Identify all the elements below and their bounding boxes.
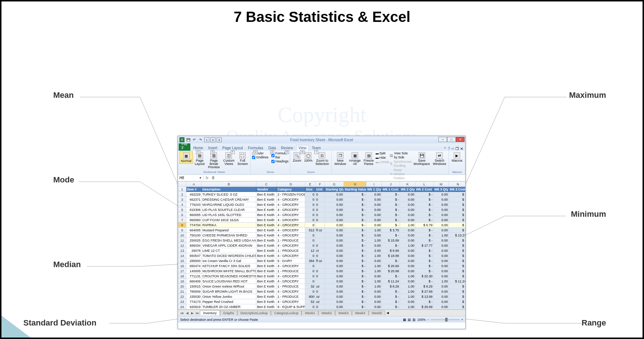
cell[interactable]: 0.00 — [400, 197, 415, 202]
cell[interactable]: 384 — [305, 258, 315, 263]
undo-icon[interactable]: ↶ — [192, 137, 197, 142]
cell[interactable]: Ben E Keith — [256, 304, 277, 309]
cell[interactable]: 0.00 — [366, 223, 382, 228]
unhide-button[interactable]: ▬ Unhide — [376, 160, 389, 164]
row-header[interactable]: 6 — [178, 212, 186, 217]
cell[interactable]: $ - — [415, 207, 434, 212]
cell[interactable]: $ - — [449, 253, 466, 258]
cell[interactable]: $ - — [449, 192, 466, 197]
doc-minimize-icon[interactable]: ─ — [451, 147, 454, 151]
col-header[interactable]: A — [186, 182, 202, 187]
cell[interactable]: PAPRIKA — [202, 223, 256, 228]
cell[interactable]: Ben E Keith — [256, 238, 277, 243]
cell[interactable]: 0.00 — [366, 289, 382, 294]
cell[interactable]: Onion Green Iceless W/Root — [202, 284, 256, 289]
qat-2[interactable]: 2 — [210, 137, 216, 142]
new-window-button[interactable]: ❐New Window — [333, 151, 347, 166]
cell[interactable]: LID PLAS SOUFFLE CLEAR — [202, 207, 256, 212]
cell[interactable]: 815306 — [186, 207, 202, 212]
cell[interactable]: Ben E Keith — [256, 253, 277, 258]
cell[interactable]: $ - — [449, 258, 466, 263]
tab-insert[interactable]: InsertN — [206, 145, 220, 151]
cell[interactable]: 1 - PRODUCE — [277, 248, 305, 253]
col-header[interactable]: H — [344, 182, 366, 187]
cell[interactable]: $ - — [449, 228, 466, 233]
cell[interactable]: 4 - GROCERY — [277, 228, 305, 233]
cell[interactable]: 0.00 — [325, 217, 344, 223]
sheet-tab[interactable]: Graphs — [220, 311, 237, 315]
cell[interactable]: 1 - PRODUCE — [277, 294, 305, 299]
cell[interactable]: DRESSING CAESAR CREAMY — [202, 197, 256, 202]
minimize-button[interactable]: ─ — [438, 137, 447, 142]
cell[interactable]: 0.00 — [325, 258, 344, 263]
cell[interactable]: 0.00 — [400, 299, 415, 304]
cell[interactable]: 0 — [315, 304, 325, 309]
cell[interactable]: 0.00 — [325, 299, 344, 304]
cell[interactable]: 286500 — [186, 258, 202, 263]
cell[interactable]: 0.00 — [434, 212, 449, 217]
cell[interactable]: 0.00 — [434, 223, 449, 228]
worksheet-grid[interactable]: ABCDEFGHIJKLMNO1Item #DescriptionVendorC… — [178, 181, 465, 309]
cell[interactable]: $ - — [449, 223, 466, 228]
cell[interactable]: $ - — [344, 294, 366, 299]
cell[interactable]: 0.00 — [366, 243, 382, 248]
cell[interactable]: 0.00 — [325, 202, 344, 207]
cell[interactable]: $ - — [382, 212, 400, 217]
col-header[interactable]: K — [400, 182, 415, 187]
tab-nav-first[interactable]: ⏮ — [179, 311, 185, 315]
cell[interactable]: $ - — [382, 217, 400, 223]
cell[interactable]: $ - — [415, 202, 434, 207]
cell[interactable]: 860060 — [186, 217, 202, 223]
cell[interactable]: TOMATO DICED W/GREEN CHILES — [202, 253, 256, 258]
sheet-tab[interactable]: Week3 — [335, 311, 352, 315]
cell[interactable]: $ - — [415, 279, 434, 284]
cell[interactable]: Pepper Red Crushed — [202, 299, 256, 304]
cell[interactable]: 0.00 — [400, 258, 415, 263]
row-header[interactable]: 24 — [178, 304, 186, 309]
cell[interactable]: $ - — [382, 294, 400, 299]
redo-icon[interactable]: ↷ — [198, 137, 203, 142]
cell[interactable]: $ - — [382, 223, 400, 228]
cell[interactable]: 4 - GROCERY — [277, 233, 305, 238]
cell[interactable]: 0.00 — [325, 289, 344, 294]
cell[interactable]: 0.00 — [434, 238, 449, 243]
cell[interactable]: 0.00 — [434, 202, 449, 207]
cell[interactable]: 0 — [305, 279, 315, 284]
cell[interactable]: 0.00 — [434, 197, 449, 202]
cell[interactable]: $ - — [344, 238, 366, 243]
cell[interactable]: 0.00 — [325, 238, 344, 243]
tab-more-icon[interactable]: ◀ — [387, 311, 389, 315]
cell[interactable]: oz — [315, 299, 325, 304]
cell[interactable]: $ - — [382, 299, 400, 304]
cell[interactable]: 1.00 — [400, 274, 415, 279]
cell[interactable]: $ 27.69 — [415, 289, 434, 294]
cell[interactable]: 1.00 — [366, 253, 382, 258]
zoom-slider[interactable] — [431, 319, 460, 320]
tab-nav-last[interactable]: ⏭ — [195, 311, 200, 315]
cell[interactable]: 0 — [305, 207, 315, 212]
tab-team[interactable]: TeamY — [310, 145, 323, 151]
cell[interactable]: 0 — [305, 217, 315, 223]
cell[interactable]: 1.00 — [400, 304, 415, 309]
cell[interactable]: $ - — [344, 248, 366, 253]
cell[interactable]: 4 - GROCERY — [277, 263, 305, 269]
cell[interactable]: Ben E Keith — [256, 289, 277, 294]
freeze-panes-button[interactable]: ▤Freeze Panes — [362, 151, 375, 166]
cell[interactable]: 0 — [315, 212, 325, 217]
row-header[interactable]: 7 — [178, 217, 186, 223]
cell[interactable]: ct — [315, 248, 325, 253]
close-button[interactable]: ✕ — [456, 137, 465, 142]
cell[interactable]: $ - — [344, 223, 366, 228]
cell[interactable]: $ - — [344, 258, 366, 263]
cell[interactable]: Ben E Keith — [256, 284, 277, 289]
cell[interactable]: $ 22.30 — [415, 274, 434, 279]
cell[interactable] — [315, 233, 325, 238]
cell[interactable]: $ - — [449, 238, 466, 243]
cell[interactable]: Ben E Keith — [256, 212, 277, 217]
row-header[interactable]: 23 — [178, 299, 186, 304]
cell[interactable]: 1.00 — [400, 284, 415, 289]
cell[interactable]: $ 18.88 — [382, 253, 400, 258]
cell[interactable]: 1.00 — [366, 263, 382, 269]
cell[interactable]: 0.00 — [325, 243, 344, 248]
cell[interactable]: $ - — [415, 299, 434, 304]
